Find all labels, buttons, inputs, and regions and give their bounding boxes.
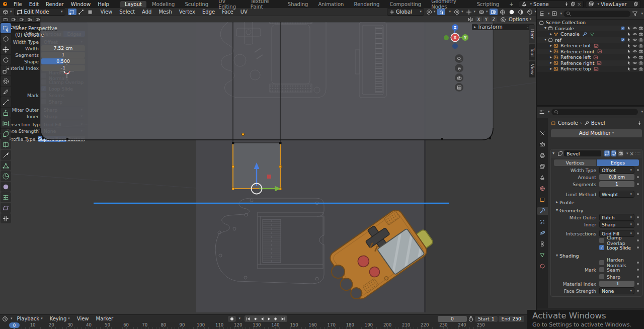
- transform-panel-collapsed[interactable]: ▸ Transform ∷∷: [472, 24, 534, 30]
- pointer-icon[interactable]: [626, 60, 631, 65]
- tool-inset-faces[interactable]: [1, 118, 11, 128]
- eye-icon[interactable]: [632, 49, 637, 54]
- animate-dot[interactable]: [637, 169, 639, 171]
- breadcrumb-object[interactable]: Console: [558, 120, 578, 126]
- animate-dot[interactable]: [637, 193, 639, 195]
- pointer-icon[interactable]: [626, 55, 631, 60]
- workspace-tab-uv-editing[interactable]: UV Editing: [214, 0, 245, 10]
- tool-scale[interactable]: [1, 65, 11, 75]
- tool-transform[interactable]: [1, 76, 11, 86]
- ortho-toggle-button[interactable]: [455, 83, 463, 92]
- mod-limit-method-dropdown[interactable]: Weight▾: [599, 191, 634, 198]
- navigation-gizmo[interactable]: Z X Y: [440, 23, 470, 51]
- outliner-item-label[interactable]: Refrence top: [560, 66, 591, 71]
- tool-rip-region[interactable]: [1, 213, 11, 223]
- select-intersect-button[interactable]: [34, 17, 41, 22]
- camera-icon[interactable]: [638, 55, 643, 60]
- properties-editor-icon[interactable]: [539, 109, 545, 115]
- viewport-menu-edge[interactable]: Edge: [199, 9, 218, 15]
- properties-tab-object-data[interactable]: [537, 252, 548, 259]
- animate-dot[interactable]: [637, 232, 639, 234]
- animate-dot[interactable]: [637, 176, 639, 178]
- new-scene-icon[interactable]: [571, 2, 576, 7]
- workspace-tab-scripting[interactable]: Scripting: [472, 1, 504, 8]
- tool-select-box[interactable]: [1, 23, 11, 33]
- camera-view-button[interactable]: [455, 73, 463, 82]
- outliner-item-label[interactable]: Console: [555, 26, 574, 31]
- edge-select-button[interactable]: [77, 9, 86, 15]
- animate-dot[interactable]: [637, 239, 639, 241]
- profile-section-header[interactable]: ▸Profile: [551, 199, 642, 206]
- mod-face-strength-dropdown[interactable]: None▾: [599, 287, 634, 294]
- expander-icon[interactable]: ▸: [550, 49, 552, 53]
- gizmos-button[interactable]: ▾: [465, 9, 476, 15]
- workspace-tab-sculpting[interactable]: Sculpting: [180, 1, 213, 8]
- timeline-editor-icon[interactable]: [2, 316, 8, 322]
- 3d-viewport[interactable]: User Perspective (0) Console Z X Y ▸ Tra…: [0, 22, 536, 314]
- eye-icon[interactable]: [632, 55, 637, 60]
- menu-window[interactable]: Window: [67, 2, 94, 7]
- modifier-header[interactable]: ▾ Bevel ▾ × ∷∷: [551, 149, 642, 158]
- menu-file[interactable]: File: [10, 2, 26, 7]
- tool-poly-build[interactable]: [1, 160, 11, 171]
- material-index-field[interactable]: -1: [41, 65, 85, 71]
- animate-dot[interactable]: [637, 276, 639, 278]
- editor-type-button[interactable]: ▾: [2, 9, 13, 15]
- mod-loop-slide-checkbox[interactable]: ✓: [599, 245, 604, 250]
- animate-dot[interactable]: [637, 223, 639, 225]
- tool-annotate[interactable]: [1, 87, 11, 97]
- expander-icon[interactable]: ▸: [550, 67, 552, 71]
- shading-wireframe-button[interactable]: [499, 9, 507, 15]
- outliner-search-input[interactable]: [564, 11, 630, 17]
- mod-vertices-button[interactable]: Vertices: [554, 159, 596, 166]
- select-invert-button[interactable]: [26, 17, 33, 22]
- scene-selector[interactable]: ▾ Scene ×: [519, 1, 584, 8]
- menu-edit[interactable]: Edit: [26, 2, 42, 7]
- playback-play-button[interactable]: [266, 316, 273, 321]
- filter-icon[interactable]: [632, 11, 638, 17]
- workspace-tab-shading[interactable]: Shading: [283, 1, 313, 8]
- gizmo-z-neg-axis[interactable]: [452, 43, 458, 49]
- viewport-menu-face[interactable]: Face: [218, 9, 237, 15]
- gizmo-y-neg-axis[interactable]: [444, 35, 449, 40]
- mod-material-index-field[interactable]: -1: [599, 281, 634, 287]
- display-render-toggle[interactable]: [618, 150, 623, 156]
- mod-amount-field[interactable]: 0.8 cm: [599, 174, 634, 180]
- shading-solid-button[interactable]: [508, 9, 516, 15]
- expander-icon[interactable]: ▾: [544, 26, 546, 30]
- workspace-tab-animation[interactable]: Animation: [313, 1, 348, 8]
- proportional-edit-button[interactable]: ▾: [453, 9, 464, 15]
- eye-icon[interactable]: [632, 26, 637, 31]
- auto-keying-button[interactable]: [228, 316, 236, 322]
- add-modifier-button[interactable]: Add Modifier ▾: [551, 129, 642, 137]
- face-select-button[interactable]: [86, 9, 95, 15]
- display-editmode-toggle[interactable]: [604, 150, 610, 156]
- workspace-tab-layout[interactable]: Layout: [120, 1, 146, 8]
- tool-move[interactable]: [1, 44, 11, 54]
- eye-icon[interactable]: [632, 66, 637, 71]
- tool-smooth[interactable]: [1, 182, 11, 192]
- outliner-row[interactable]: ▸Refrence top: [537, 66, 644, 72]
- outliner-item-label[interactable]: Refrence right: [560, 60, 594, 66]
- properties-tab-particles[interactable]: [537, 218, 548, 226]
- outliner-item-label[interactable]: Refrence bot: [560, 43, 591, 48]
- frame-end-field[interactable]: End250: [499, 316, 524, 322]
- width-field[interactable]: 7.52 cm: [41, 45, 85, 51]
- animate-dot[interactable]: [637, 290, 639, 292]
- expander-icon[interactable]: ▸: [550, 61, 552, 65]
- tool-spin[interactable]: [1, 171, 11, 181]
- tool-loop-cut[interactable]: [1, 139, 11, 149]
- tool-bevel[interactable]: [1, 129, 11, 139]
- properties-tab-tool[interactable]: [537, 130, 548, 137]
- frame-start-field[interactable]: Start1: [475, 316, 498, 322]
- xray-toggle-button[interactable]: [490, 9, 498, 15]
- outliner-row[interactable]: Scene Collection: [537, 20, 644, 26]
- animate-dot[interactable]: [637, 216, 639, 218]
- camera-icon[interactable]: [638, 49, 643, 54]
- eye-icon[interactable]: [632, 60, 637, 65]
- segments-field[interactable]: 1: [41, 52, 85, 58]
- playback-jump-first-button[interactable]: [245, 316, 252, 321]
- outliner-row[interactable]: ▸Console: [537, 31, 644, 37]
- outliner-row[interactable]: ▸Refrence front: [537, 49, 644, 55]
- mod-clamp-overlap-checkbox[interactable]: [599, 238, 604, 243]
